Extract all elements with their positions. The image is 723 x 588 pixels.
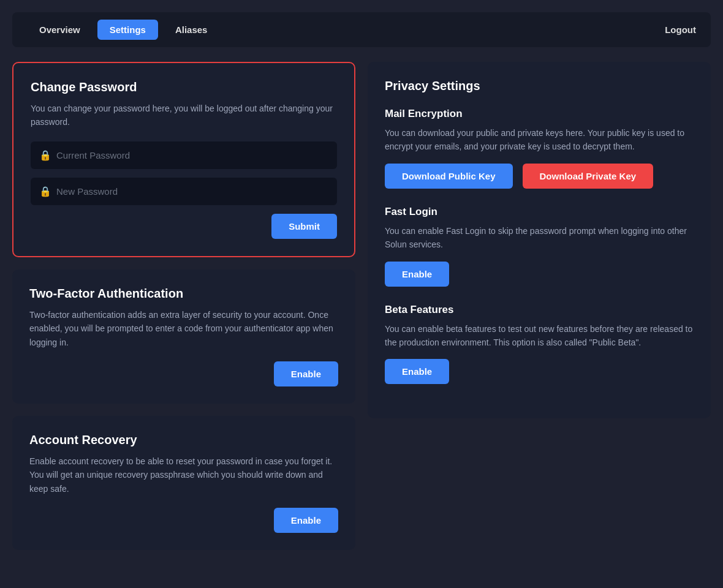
current-password-group: 🔒 — [31, 141, 337, 169]
fast-login-title: Fast Login — [385, 206, 694, 218]
fast-login-description: You can enable Fast Login to skip the pa… — [385, 224, 694, 252]
tab-settings[interactable]: Settings — [97, 20, 158, 40]
navbar: Overview Settings Aliases Logout — [12, 12, 711, 47]
beta-features-title: Beta Features — [385, 304, 694, 316]
change-password-card: Change Password You can change your pass… — [12, 62, 355, 257]
beta-features-section: Beta Features You can enable beta featur… — [385, 304, 694, 385]
download-private-key-button[interactable]: Download Private Key — [523, 164, 654, 189]
fast-login-section: Fast Login You can enable Fast Login to … — [385, 206, 694, 287]
left-column: Change Password You can change your pass… — [12, 62, 355, 550]
two-factor-description: Two-factor authentication adds an extra … — [29, 308, 338, 349]
change-password-title: Change Password — [31, 80, 337, 94]
mail-encryption-title: Mail Encryption — [385, 108, 694, 120]
change-password-description: You can change your password here, you w… — [31, 102, 337, 129]
mail-encryption-section: Mail Encryption You can download your pu… — [385, 108, 694, 189]
mail-encryption-description: You can download your public and private… — [385, 126, 694, 154]
account-recovery-btn-row: Enable — [29, 508, 338, 533]
logout-button[interactable]: Logout — [665, 24, 696, 35]
new-password-group: 🔒 — [31, 178, 337, 205]
submit-row: Submit — [31, 214, 337, 239]
two-factor-enable-button[interactable]: Enable — [274, 361, 338, 386]
account-recovery-enable-button[interactable]: Enable — [274, 508, 338, 533]
new-password-input[interactable] — [31, 178, 337, 205]
beta-features-enable-button[interactable]: Enable — [385, 359, 449, 384]
tab-aliases[interactable]: Aliases — [163, 20, 220, 40]
current-password-input[interactable] — [31, 141, 337, 169]
two-factor-card: Two-Factor Authentication Two-factor aut… — [12, 270, 355, 404]
lock-icon-current: 🔒 — [39, 149, 51, 161]
main-layout: Change Password You can change your pass… — [12, 62, 711, 550]
account-recovery-description: Enable account recovery to be able to re… — [29, 454, 338, 496]
submit-button[interactable]: Submit — [271, 214, 337, 239]
fast-login-enable-button[interactable]: Enable — [385, 262, 449, 287]
privacy-settings-card: Privacy Settings Mail Encryption You can… — [368, 62, 711, 418]
lock-icon-new: 🔒 — [39, 186, 51, 197]
two-factor-btn-row: Enable — [29, 361, 338, 386]
account-recovery-card: Account Recovery Enable account recovery… — [12, 416, 355, 550]
beta-features-description: You can enable beta features to test out… — [385, 322, 694, 350]
key-buttons: Download Public Key Download Private Key — [385, 164, 694, 189]
privacy-settings-title: Privacy Settings — [385, 79, 694, 93]
two-factor-title: Two-Factor Authentication — [29, 287, 338, 301]
tab-overview[interactable]: Overview — [27, 20, 93, 40]
nav-tabs: Overview Settings Aliases — [27, 20, 665, 40]
download-public-key-button[interactable]: Download Public Key — [385, 164, 513, 189]
account-recovery-title: Account Recovery — [29, 433, 338, 447]
